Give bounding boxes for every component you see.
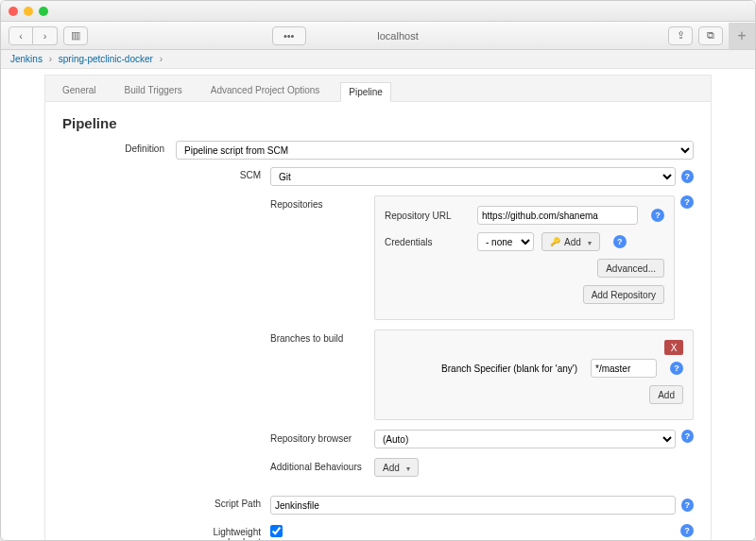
repositories-label: Repositories: [270, 195, 374, 210]
script-path-label: Script Path: [176, 496, 270, 509]
repo-url-input[interactable]: [477, 206, 638, 225]
tabs-icon[interactable]: ⧉: [698, 26, 723, 45]
zoom-window-icon[interactable]: [39, 7, 48, 16]
help-icon[interactable]: ?: [681, 170, 694, 183]
add-credentials-button[interactable]: 🔑Add: [541, 232, 600, 251]
script-path-input[interactable]: [270, 496, 676, 515]
branch-specifier-input[interactable]: [591, 359, 657, 378]
share-icon[interactable]: ⇪: [668, 26, 693, 45]
browser-window: ‹ › ▥ ••• localhost ⇪ ⧉ + Jenkins › spri…: [0, 0, 756, 541]
help-icon[interactable]: ?: [681, 430, 694, 443]
add-branch-button[interactable]: Add: [649, 385, 683, 404]
page-content: Jenkins › spring-petclinic-docker › Gene…: [1, 50, 755, 540]
new-tab-button[interactable]: +: [729, 23, 755, 49]
sidebar-toggle-icon[interactable]: ▥: [63, 26, 88, 45]
branches-label: Branches to build: [270, 330, 374, 344]
titlebar: [1, 1, 755, 22]
lightweight-checkout-checkbox[interactable]: [270, 525, 283, 537]
config-panel: Pipeline Definition Pipeline script from…: [44, 101, 712, 540]
help-icon[interactable]: ?: [681, 499, 694, 512]
crumb-project[interactable]: spring-petclinic-docker: [59, 54, 153, 64]
section-title: Pipeline: [62, 115, 694, 131]
help-icon[interactable]: ?: [670, 362, 683, 375]
tab-advanced[interactable]: Advanced Project Options: [203, 81, 328, 101]
reader-button[interactable]: •••: [272, 26, 306, 45]
scm-select[interactable]: Git: [270, 167, 676, 186]
crumb-root[interactable]: Jenkins: [10, 54, 43, 64]
config-tabs: General Build Triggers Advanced Project …: [44, 75, 712, 101]
credentials-select[interactable]: - none -: [477, 232, 534, 251]
definition-select[interactable]: Pipeline script from SCM: [176, 141, 694, 160]
minimize-window-icon[interactable]: [24, 7, 33, 16]
help-icon[interactable]: ?: [680, 524, 694, 537]
tab-pipeline[interactable]: Pipeline: [340, 82, 391, 102]
tab-general[interactable]: General: [55, 81, 104, 101]
repo-browser-select[interactable]: (Auto): [374, 430, 676, 448]
back-button[interactable]: ‹: [9, 26, 33, 45]
key-icon: 🔑: [550, 237, 560, 246]
tab-build-triggers[interactable]: Build Triggers: [117, 81, 190, 101]
forward-button[interactable]: ›: [33, 26, 58, 45]
additional-behaviours-label: Additional Behaviours: [270, 458, 374, 472]
add-behaviour-button[interactable]: Add: [374, 458, 419, 477]
advanced-button[interactable]: Advanced...: [597, 259, 664, 278]
help-icon[interactable]: ?: [613, 235, 627, 248]
close-window-icon[interactable]: [9, 7, 18, 16]
help-icon[interactable]: ?: [651, 209, 664, 222]
branch-specifier-label: Branch Specifier (blank for 'any'): [385, 363, 583, 374]
repo-browser-label: Repository browser: [270, 430, 374, 444]
browser-toolbar: ‹ › ▥ ••• localhost ⇪ ⧉ +: [1, 22, 755, 50]
add-repository-button[interactable]: Add Repository: [583, 285, 664, 304]
address-bar[interactable]: localhost: [312, 30, 485, 42]
scm-label: SCM: [176, 167, 270, 180]
delete-branch-button[interactable]: X: [664, 340, 683, 355]
help-icon[interactable]: ?: [680, 195, 694, 209]
repo-url-label: Repository URL: [385, 211, 470, 221]
lightweight-checkout-label: Lightweight checkout: [176, 524, 270, 540]
credentials-label: Credentials: [385, 237, 470, 247]
definition-label: Definition: [62, 141, 176, 154]
breadcrumb: Jenkins › spring-petclinic-docker ›: [1, 50, 755, 69]
